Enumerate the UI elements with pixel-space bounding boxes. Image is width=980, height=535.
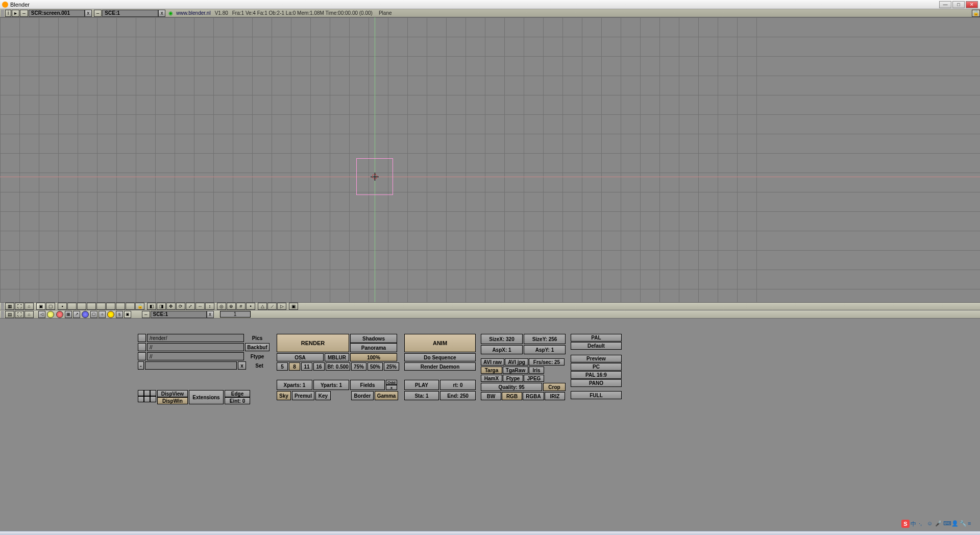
hamx-button[interactable]: HamX	[481, 375, 502, 382]
pal-button[interactable]: PAL	[571, 334, 622, 342]
normals-icon[interactable]: ⟋	[267, 303, 277, 310]
draw-solid-icon[interactable]: ▣	[36, 303, 45, 310]
rotate-icon[interactable]: ⟳	[176, 303, 185, 310]
lock-icon[interactable]: 🔒	[972, 10, 980, 17]
draw-wire-icon[interactable]: ▢	[46, 303, 55, 310]
sizey-field[interactable]: SizeY: 256	[524, 334, 566, 344]
render-button[interactable]: RENDER	[277, 334, 349, 352]
targa-button[interactable]: Targa	[481, 367, 502, 374]
ime-lang-label[interactable]: 中	[911, 520, 918, 527]
tgaraw-button[interactable]: TgaRaw	[503, 367, 528, 374]
edge-button[interactable]: Edge	[225, 390, 250, 397]
current-frame-field[interactable]: 1	[220, 311, 251, 318]
field-x-button[interactable]: x	[386, 385, 397, 390]
backbuf-path-field[interactable]: //	[147, 343, 244, 351]
layer-btn[interactable]	[150, 390, 156, 396]
layer-btn[interactable]	[144, 396, 150, 402]
pano-button[interactable]: PANO	[571, 379, 622, 387]
snap-icon[interactable]: ◎	[217, 303, 226, 310]
aspx-field[interactable]: AspX: 1	[481, 345, 523, 354]
preview-button[interactable]: Preview	[571, 355, 622, 362]
close-button[interactable]: ✕	[966, 1, 978, 8]
ftype-path-field[interactable]: //	[147, 352, 244, 360]
pc-button[interactable]: PC	[571, 363, 622, 371]
rgb-button[interactable]: RGB	[502, 392, 522, 400]
buttons-scene-delete[interactable]: x	[207, 311, 214, 318]
scene-context-icon[interactable]: ▣	[124, 311, 131, 318]
rt-field[interactable]: rt: 0	[440, 380, 476, 390]
dispwin-button[interactable]: DispWin	[157, 397, 188, 404]
render-layers-grid[interactable]	[138, 390, 156, 404]
pal169-button[interactable]: PAL 16:9	[571, 371, 622, 379]
edit-context-icon[interactable]: ▢	[90, 311, 97, 318]
odd-button[interactable]: Odd	[386, 380, 397, 385]
mblur-button[interactable]: MBLUR	[325, 353, 349, 361]
xparts-field[interactable]: Xparts: 1	[277, 380, 312, 390]
widget-icon[interactable]: △	[258, 303, 267, 310]
buttons-scene-field[interactable]: SCE:1	[151, 311, 207, 318]
size-25-button[interactable]: 25%	[384, 362, 399, 371]
border-button[interactable]: Border	[351, 391, 374, 400]
layer-btn[interactable]	[138, 396, 144, 402]
rgba-button[interactable]: RGBA	[523, 392, 544, 400]
play-button[interactable]: PLAY	[404, 380, 439, 390]
bw-button[interactable]: BW	[481, 392, 501, 400]
grip-icon[interactable]	[1, 10, 4, 17]
render-daemon-button[interactable]: Render Daemon	[404, 362, 476, 371]
windows-taskbar[interactable]	[0, 531, 980, 535]
ime-tool-icon[interactable]: 🔧	[960, 520, 967, 527]
screen-delete-button[interactable]: x	[85, 10, 92, 17]
quality-field[interactable]: Quality: 95	[481, 383, 542, 391]
eint-field[interactable]: Eint: 0	[225, 397, 250, 404]
layer-btn[interactable]	[138, 390, 144, 396]
layer-5-button[interactable]	[96, 303, 106, 310]
radiosity-context-icon[interactable]	[107, 311, 114, 318]
panorama-button[interactable]: Panorama	[350, 343, 397, 352]
layer-1-button[interactable]: ▪	[58, 303, 67, 310]
render-icon[interactable]: ▣	[289, 303, 298, 310]
ime-emoji-icon[interactable]: ☺	[927, 520, 934, 527]
ime-punct-icon[interactable]: ·,	[919, 520, 926, 527]
ime-indicator[interactable]: S 中 ·, ☺ 🎤 ⌨ 👤 🔧 ≡	[901, 520, 975, 528]
translate-icon[interactable]: ✥	[166, 303, 176, 310]
home-icon[interactable]: ⌂	[24, 303, 34, 310]
snap-grid-icon[interactable]: #	[236, 303, 246, 310]
osa-5-button[interactable]: 5	[277, 362, 288, 371]
osa-16-button[interactable]: 16	[313, 362, 325, 371]
yparts-field[interactable]: Yparts: 1	[313, 380, 349, 390]
local-view-icon[interactable]: ◧	[147, 303, 156, 310]
lamp-context-icon[interactable]	[47, 311, 54, 318]
full-window-icon[interactable]: ⛶	[15, 311, 24, 318]
view3d-window-type-icon[interactable]: ▦	[5, 303, 14, 310]
layer-btn[interactable]	[144, 390, 150, 396]
jpeg-button[interactable]: JPEG	[524, 375, 544, 382]
set-browse-button[interactable]: -	[138, 361, 144, 370]
dispview-button[interactable]: DispView	[157, 390, 188, 397]
view-persp-icon[interactable]: ◨	[157, 303, 166, 310]
layer-4-button[interactable]	[87, 303, 96, 310]
sizex-field[interactable]: SizeX: 320	[481, 334, 523, 344]
ime-badge-icon[interactable]: S	[901, 520, 910, 528]
scene-name-field[interactable]: SCE:1	[102, 10, 158, 17]
backbuf-button[interactable]: Backbuf	[245, 343, 270, 351]
anim-context-icon[interactable]: ↗	[73, 311, 80, 318]
url-link[interactable]: www.blender.nl	[176, 10, 210, 16]
default-button[interactable]: Default	[571, 342, 622, 350]
end-field[interactable]: End: 250	[440, 391, 476, 400]
buttons-window-type-icon[interactable]: ▤	[5, 311, 14, 318]
snap-vert-icon[interactable]: ⊕	[227, 303, 236, 310]
pics-browse-button[interactable]	[138, 334, 146, 342]
home-icon[interactable]: ⌂	[24, 311, 34, 318]
maximize-button[interactable]: □	[952, 1, 965, 8]
screen-browse-icon[interactable]: –	[20, 10, 28, 17]
size-75-button[interactable]: 75%	[351, 362, 366, 371]
minimize-button[interactable]: —	[939, 1, 951, 8]
ftype-fmt-button[interactable]: Ftype	[503, 375, 523, 382]
bf-field[interactable]: Bf: 0.500	[326, 362, 350, 371]
texture-context-icon[interactable]: ▦	[65, 311, 72, 318]
osa-11-button[interactable]: 11	[301, 362, 312, 371]
layer-2-button[interactable]	[67, 303, 77, 310]
ime-settings-icon[interactable]: ≡	[968, 520, 975, 527]
premul-button[interactable]: Premul	[292, 391, 314, 400]
ime-mic-icon[interactable]: 🎤	[935, 520, 942, 527]
